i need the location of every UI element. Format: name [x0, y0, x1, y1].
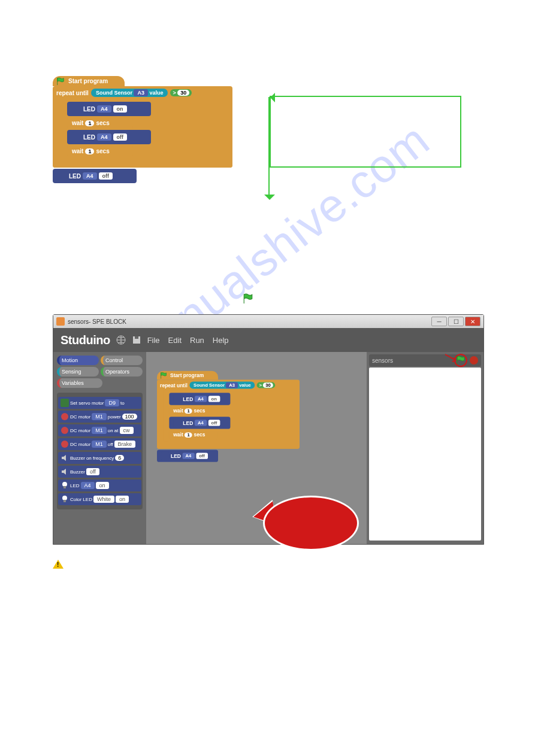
svg-point-9 — [62, 496, 67, 500]
menu-file[interactable]: File — [147, 336, 160, 345]
palette-color-led-block[interactable]: Color LED White on — [58, 493, 141, 505]
canvas-hat-block[interactable]: Start program — [157, 371, 218, 379]
canvas-led-on[interactable]: LEDA4on — [169, 393, 230, 405]
category-motion[interactable]: Motion — [57, 356, 99, 365]
warning-icon — [53, 554, 64, 569]
menu-run[interactable]: Run — [190, 336, 204, 345]
menu-help[interactable]: Help — [213, 336, 229, 345]
stage-header: sensors — [369, 354, 481, 366]
stop-button[interactable] — [470, 356, 478, 365]
svg-rect-2 — [135, 336, 138, 339]
save-icon[interactable] — [132, 335, 141, 345]
canvas-repeat-block[interactable]: repeat until Sound Sensor A3 value > 30 … — [157, 379, 300, 449]
svg-point-6 — [61, 441, 68, 448]
svg-rect-10 — [64, 500, 66, 502]
speaker-icon — [61, 454, 69, 462]
palette-buzzer-freq-block[interactable]: Buzzer on frequency 6 — [58, 452, 141, 464]
motor-icon — [61, 440, 69, 448]
motor-icon — [61, 426, 69, 435]
studuino-window: sensors- SPE BLOCK ─ ☐ ✕ Studuino File E… — [53, 314, 484, 545]
led-icon — [72, 132, 81, 142]
app-icon — [56, 317, 65, 326]
canvas-led-off[interactable]: LEDA4off — [169, 417, 230, 429]
script-canvas[interactable]: Start program repeat until Sound Sensor … — [146, 352, 367, 544]
flow-arrow-out-icon — [264, 195, 275, 205]
palette-dcmotor-power-block[interactable]: DC motor M1 power 100 — [58, 411, 141, 423]
close-button[interactable]: ✕ — [465, 317, 480, 326]
canvas-wait-2[interactable]: wait1secs — [169, 430, 217, 439]
palette-block-list: Set servo motor D9 to DC motor M1 power … — [57, 393, 143, 509]
svg-point-5 — [61, 427, 68, 434]
sensor-reporter: Sound Sensor A3 value — [91, 89, 168, 97]
canvas-led-final[interactable]: LEDA4off — [157, 450, 218, 462]
servo-icon — [61, 399, 69, 407]
palette-buzzer-off-block[interactable]: Buzzer off — [58, 466, 141, 478]
category-control[interactable]: Control — [101, 356, 143, 365]
speaker-icon — [61, 467, 69, 476]
menu-edit[interactable]: Edit — [168, 336, 182, 345]
stage-panel: sensors — [367, 352, 483, 544]
svg-point-7 — [62, 482, 67, 487]
led-final-block: LED A4 off — [53, 169, 137, 183]
window-titlebar: sensors- SPE BLOCK ─ ☐ ✕ — [53, 315, 483, 328]
category-variables[interactable]: Variables — [57, 378, 102, 388]
stage-area — [369, 368, 481, 541]
palette-servo-block[interactable]: Set servo motor D9 to — [58, 397, 141, 409]
svg-rect-8 — [64, 486, 66, 488]
menu-bar: File Edit Run Help — [147, 336, 229, 345]
palette-led-block[interactable]: LED A4 on — [58, 479, 141, 491]
led-off-block: LED A4 off — [67, 130, 151, 144]
flag-icon — [243, 293, 253, 304]
hat-label: Start program — [68, 78, 108, 84]
window-title: sensors- SPE BLOCK — [68, 318, 126, 325]
flag-icon — [56, 77, 65, 86]
led-icon — [72, 104, 81, 114]
app-logo: Studuino — [61, 333, 110, 347]
stage-title: sensors — [372, 357, 393, 364]
canvas-wait-1[interactable]: wait1secs — [169, 406, 217, 415]
category-operators[interactable]: Operators — [101, 367, 143, 377]
flag-icon — [160, 372, 167, 379]
flow-line — [268, 97, 270, 199]
arrow-icon — [444, 353, 458, 363]
minimize-button[interactable]: ─ — [431, 317, 447, 326]
callout-bubble — [251, 496, 359, 551]
palette-dcmotor-off-block[interactable]: DC motor M1 off Brake — [58, 438, 141, 450]
category-sensing[interactable]: Sensing — [57, 367, 99, 377]
led-icon — [58, 171, 67, 181]
block-palette: Motion Control Sensing Operators Variabl… — [53, 352, 146, 544]
led-icon — [61, 495, 69, 503]
led-icon — [61, 481, 69, 490]
repeat-until-block: repeat until Sound Sensor A3 value > 30 … — [53, 86, 232, 168]
operator-gt: > 30 — [170, 89, 192, 96]
app-header: Studuino File Edit Run Help — [53, 328, 483, 352]
svg-rect-3 — [61, 399, 69, 407]
wait-block-2: wait 1 secs — [67, 145, 133, 157]
motor-icon — [61, 412, 69, 421]
flowchart-box — [270, 96, 461, 168]
svg-point-4 — [61, 413, 68, 420]
led-on-block: LED A4 on — [67, 102, 151, 116]
palette-dcmotor-on-block[interactable]: DC motor M1 on at cw — [58, 424, 141, 436]
hat-start-program: Start program — [53, 76, 125, 86]
maximize-button[interactable]: ☐ — [448, 317, 464, 326]
repeat-label: repeat until — [56, 90, 89, 96]
globe-icon[interactable] — [116, 335, 126, 345]
wait-block-1: wait 1 secs — [67, 117, 133, 129]
